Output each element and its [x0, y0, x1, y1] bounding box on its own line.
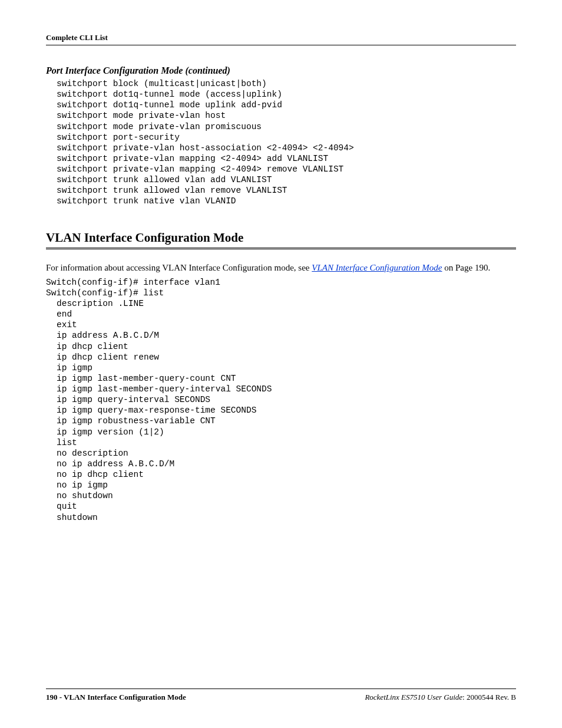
cross-reference-link[interactable]: VLAN Interface Configuration Mode — [312, 263, 442, 272]
footer-right: RocketLinx ES7510 User Guide: 2000544 Re… — [365, 693, 516, 702]
intro-text-suffix: on Page 190. — [442, 263, 491, 272]
code-block-prompt-lines: Switch(config-if)# interface vlan1 Switc… — [46, 277, 516, 298]
intro-text-prefix: For information about accessing VLAN Int… — [46, 263, 312, 272]
footer-left: 190 - VLAN Interface Configuration Mode — [46, 693, 186, 702]
footer-revision: : 2000544 Rev. B — [462, 693, 516, 701]
page-footer: 190 - VLAN Interface Configuration Mode … — [46, 689, 516, 702]
header-rule — [46, 45, 516, 45]
code-block-vlan-interface: description .LINE end exit ip address A.… — [46, 298, 516, 523]
section-subheading-continued: Port Interface Configuration Mode (conti… — [46, 65, 516, 76]
footer-product-name: RocketLinx ES7510 User Guide — [365, 693, 462, 701]
document-page: Complete CLI List Port Interface Configu… — [0, 0, 562, 728]
code-block-port-interface: switchport block (multicast|unicast|both… — [46, 78, 516, 207]
section-heading-vlan: VLAN Interface Configuration Mode — [46, 230, 516, 245]
section-rule — [46, 248, 516, 251]
running-head: Complete CLI List — [46, 33, 516, 42]
intro-paragraph: For information about accessing VLAN Int… — [46, 262, 516, 274]
